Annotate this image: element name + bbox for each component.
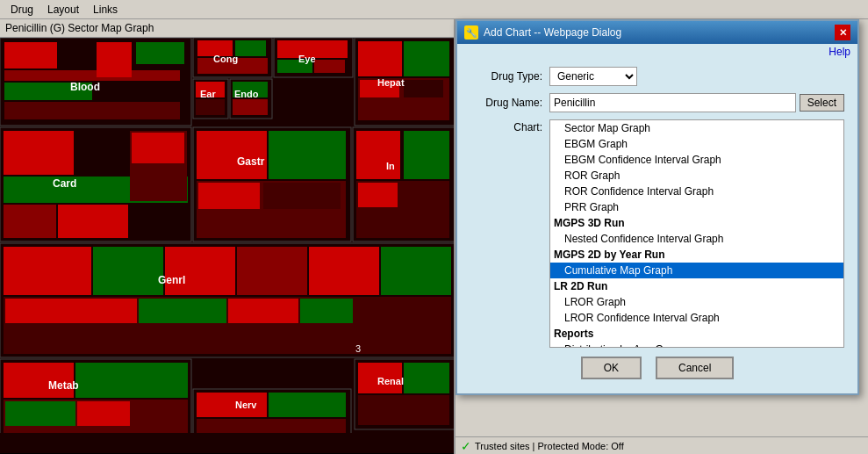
- list-item-nested-ci[interactable]: Nested Confidence Interval Graph: [550, 231, 843, 247]
- list-item-mgps3d[interactable]: MGPS 3D Run: [550, 215, 843, 231]
- drug-type-row: Drug Type: Generic: [470, 67, 844, 86]
- svg-rect-24: [314, 60, 345, 73]
- svg-rect-5: [136, 42, 184, 64]
- svg-text:Metab: Metab: [48, 379, 79, 392]
- dialog-help-link[interactable]: Help: [829, 46, 850, 58]
- sector-map-svg: Blood Cong Ear Endo: [0, 38, 456, 433]
- svg-rect-4: [97, 42, 132, 77]
- list-item-reports[interactable]: Reports: [550, 326, 843, 342]
- list-item-mgps2d[interactable]: MGPS 2D by Year Run: [550, 247, 843, 263]
- list-item-ror-ci[interactable]: ROR Confidence Interval Graph: [550, 184, 843, 199]
- svg-rect-1: [4, 42, 57, 68]
- list-item-prr[interactable]: PRR Graph: [550, 199, 843, 215]
- svg-text:In: In: [386, 161, 395, 171]
- drug-name-input[interactable]: [549, 93, 796, 112]
- list-item-ebgm-ci[interactable]: EBGM Confidence Interval Graph: [550, 152, 843, 168]
- svg-text:Genrl: Genrl: [158, 274, 185, 286]
- list-item-ebgm[interactable]: EBGM Graph: [550, 136, 843, 152]
- cancel-button[interactable]: Cancel: [656, 357, 734, 379]
- drug-name-row: Drug Name: Select: [470, 93, 844, 112]
- svg-rect-28: [404, 41, 449, 76]
- svg-rect-63: [139, 299, 226, 323]
- dialog-titlebar-left: 🔧 Add Chart -- Webpage Dialog: [464, 25, 621, 40]
- main-layout: Penicillin (G) Sector Map Graph Blood Co…: [0, 19, 868, 454]
- svg-text:Hepat: Hepat: [377, 77, 405, 88]
- svg-text:Card: Card: [53, 177, 76, 190]
- chart-list-container: Sector Map Graph EBGM Graph EBGM Confide…: [549, 119, 844, 348]
- status-icon: ✓: [461, 439, 471, 453]
- chart-row: Chart: Sector Map Graph EBGM Graph EBGM …: [470, 119, 844, 348]
- svg-rect-57: [165, 247, 235, 295]
- list-item-ror[interactable]: ROR Graph: [550, 168, 843, 184]
- svg-text:Nerv: Nerv: [235, 400, 257, 410]
- svg-rect-31: [404, 80, 443, 97]
- dialog-title: Add Chart -- Webpage Dialog: [484, 26, 621, 39]
- svg-text:Gastr: Gastr: [237, 155, 265, 168]
- chart-label: Chart:: [470, 119, 549, 133]
- dialog-close-button[interactable]: ✕: [835, 25, 850, 40]
- add-chart-dialog: 🔧 Add Chart -- Webpage Dialog ✕ Help Dru…: [456, 19, 859, 395]
- list-item-lr2d[interactable]: LR 2D Run: [550, 278, 843, 294]
- svg-rect-73: [75, 363, 188, 398]
- svg-rect-64: [228, 299, 298, 323]
- list-item-lror[interactable]: LROR Graph: [550, 294, 843, 310]
- right-panel: 🔧 Add Chart -- Webpage Dialog ✕ Help Dru…: [456, 19, 868, 454]
- svg-rect-39: [132, 133, 184, 163]
- svg-rect-59: [309, 247, 379, 295]
- svg-rect-6: [4, 102, 180, 119]
- svg-text:Eye: Eye: [298, 54, 316, 64]
- svg-rect-27: [358, 41, 402, 76]
- svg-rect-37: [58, 205, 128, 238]
- panel-title: Penicillin (G) Sector Map Graph: [0, 19, 454, 38]
- svg-rect-78: [358, 395, 449, 425]
- ok-button[interactable]: OK: [581, 357, 642, 379]
- svg-rect-50: [404, 131, 449, 179]
- svg-rect-52: [358, 183, 398, 207]
- svg-rect-19: [233, 99, 268, 115]
- svg-rect-56: [93, 247, 163, 295]
- dialog-titlebar: 🔧 Add Chart -- Webpage Dialog ✕: [457, 21, 857, 44]
- list-item-sector-map[interactable]: Sector Map Graph: [550, 120, 843, 136]
- svg-rect-82: [269, 393, 346, 417]
- menu-links[interactable]: Links: [86, 2, 125, 18]
- status-text: Trusted sites | Protected Mode: Off: [475, 441, 624, 451]
- svg-text:Blood: Blood: [70, 81, 100, 93]
- list-item-dist-age[interactable]: Distribution by Age Group: [550, 342, 843, 348]
- list-item-cumulative-map[interactable]: Cumulative Map Graph: [550, 263, 843, 278]
- svg-rect-43: [269, 131, 346, 179]
- svg-text:Ear: Ear: [200, 89, 216, 99]
- chart-list[interactable]: Sector Map Graph EBGM Graph EBGM Confide…: [549, 119, 844, 348]
- svg-rect-15: [196, 99, 225, 115]
- dialog-help-area: Help: [457, 44, 857, 58]
- svg-rect-58: [237, 247, 307, 295]
- dialog-buttons: OK Cancel: [470, 357, 844, 385]
- svg-rect-10: [235, 40, 266, 56]
- status-bar: ✓ Trusted sites | Protected Mode: Off: [456, 436, 868, 454]
- svg-rect-34: [4, 131, 74, 175]
- drug-type-label: Drug Type:: [470, 70, 549, 83]
- svg-rect-46: [263, 183, 341, 209]
- menu-drug[interactable]: Drug: [4, 2, 40, 18]
- svg-rect-65: [300, 299, 353, 323]
- dialog-content: Drug Type: Generic Drug Name: Select Cha…: [457, 58, 857, 393]
- svg-text:Endo: Endo: [234, 89, 259, 99]
- drug-name-label: Drug Name:: [470, 97, 549, 109]
- svg-rect-77: [404, 363, 449, 393]
- svg-text:Renal: Renal: [377, 376, 404, 386]
- dialog-icon: 🔧: [464, 25, 478, 40]
- select-button[interactable]: Select: [800, 94, 844, 112]
- svg-rect-45: [198, 183, 260, 209]
- menu-layout[interactable]: Layout: [40, 2, 86, 18]
- svg-rect-60: [381, 247, 451, 295]
- svg-rect-2: [4, 70, 180, 81]
- svg-rect-72: [77, 401, 130, 426]
- left-panel: Penicillin (G) Sector Map Graph Blood Co…: [0, 19, 456, 454]
- svg-text:3: 3: [355, 343, 361, 354]
- menu-bar: Drug Layout Links: [0, 0, 868, 19]
- svg-rect-83: [197, 419, 346, 433]
- list-item-lror-ci[interactable]: LROR Confidence Interval Graph: [550, 310, 843, 326]
- svg-rect-49: [356, 131, 400, 179]
- svg-text:Cong: Cong: [213, 54, 238, 64]
- svg-rect-36: [4, 205, 56, 238]
- drug-type-select[interactable]: Generic: [549, 67, 637, 86]
